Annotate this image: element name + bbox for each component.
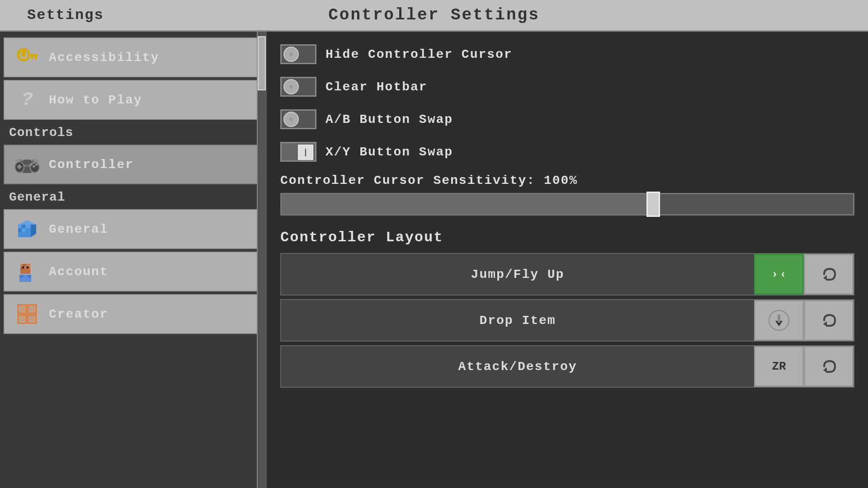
how-to-play-label: How to Play (49, 93, 142, 107)
svg-rect-28 (20, 264, 23, 266)
toggle-ab-swap[interactable]: ○ (280, 109, 316, 129)
attack-destroy-button[interactable]: ZR (754, 346, 804, 387)
sidebar-item-accessibility[interactable]: Accessibility (4, 38, 259, 77)
svg-rect-30 (27, 264, 30, 266)
xy-swap-label: X/Y Button Swap (326, 145, 453, 159)
clear-hotbar-label: Clear Hotbar (326, 80, 428, 94)
toggle-row-ab-swap: ○ A/B Button Swap (280, 106, 854, 133)
header-bar: Settings Controller Settings (0, 0, 868, 32)
drop-item-reset[interactable] (804, 300, 854, 341)
cube-icon (14, 216, 41, 243)
svg-marker-26 (31, 225, 36, 237)
dpad-down-icon (768, 309, 790, 332)
svg-rect-21 (18, 228, 22, 232)
creator-icon (14, 300, 41, 328)
general-label: General (49, 222, 108, 236)
scrollbar-track[interactable] (257, 32, 267, 488)
svg-marker-46 (823, 275, 827, 281)
svg-point-14 (30, 163, 33, 166)
sensitivity-slider[interactable] (280, 193, 854, 216)
svg-rect-34 (19, 275, 23, 277)
layout-row-attack: Attack/Destroy ZR (280, 345, 854, 388)
undo-icon-3 (820, 357, 838, 375)
toggle-circle-hide-cursor: ○ (283, 47, 299, 62)
svg-rect-42 (19, 306, 25, 312)
undo-icon (820, 265, 838, 283)
svg-point-11 (35, 163, 38, 166)
arrows-icon: › ‹ (772, 268, 787, 281)
sidebar-item-controller[interactable]: Controller (4, 145, 259, 184)
hide-cursor-label: Hide Controller Cursor (326, 47, 513, 61)
svg-rect-22 (22, 228, 25, 232)
svg-rect-20 (25, 225, 31, 228)
general-section-label: General (0, 186, 267, 208)
svg-rect-45 (29, 316, 35, 322)
accessibility-label: Accessibility (49, 51, 159, 65)
drop-item-button[interactable] (754, 300, 804, 341)
controls-section-label: Controls (0, 121, 267, 143)
svg-rect-23 (25, 228, 31, 232)
svg-rect-49 (778, 314, 780, 323)
toggle-row-hide-cursor: ○ Hide Controller Cursor (280, 41, 854, 68)
svg-rect-10 (19, 164, 20, 169)
controller-label: Controller (49, 158, 134, 172)
app-container: Settings Controller Settings (0, 0, 868, 488)
toggle-circle-ab-swap: ○ (283, 112, 299, 127)
controller-icon (14, 151, 41, 178)
attack-destroy-action: Attack/Destroy (281, 346, 754, 387)
sensitivity-label: Controller Cursor Sensitivity: 100% (280, 174, 854, 188)
scrollbar-thumb[interactable] (258, 36, 266, 90)
svg-rect-35 (28, 275, 31, 277)
svg-point-1 (21, 52, 26, 57)
settings-title: Settings (27, 7, 104, 23)
svg-rect-16 (28, 164, 30, 167)
svg-rect-2 (28, 54, 38, 56)
sidebar-item-account[interactable]: Account (4, 252, 259, 291)
question-icon: ? (14, 86, 41, 113)
page-title: Controller Settings (328, 6, 539, 24)
svg-marker-51 (823, 367, 827, 373)
svg-rect-43 (29, 306, 35, 312)
slider-fill (282, 194, 653, 214)
toggle-row-clear-hotbar: ○ Clear Hotbar (280, 73, 854, 100)
toggle-clear-hotbar[interactable]: ○ (280, 77, 316, 97)
sidebar: Accessibility ? How to Play Controls (0, 32, 267, 488)
toggle-xy-thumb: | (298, 145, 313, 160)
svg-rect-4 (31, 56, 33, 59)
toggle-row-xy-swap: | X/Y Button Swap (280, 138, 854, 165)
svg-rect-36 (22, 267, 24, 268)
svg-rect-15 (24, 164, 27, 167)
svg-marker-50 (823, 321, 827, 327)
ab-swap-label: A/B Button Swap (326, 113, 453, 127)
slider-thumb[interactable] (646, 192, 660, 217)
svg-point-13 (33, 165, 35, 168)
svg-point-12 (33, 161, 35, 164)
svg-marker-25 (18, 220, 36, 225)
svg-rect-37 (27, 267, 28, 268)
svg-rect-29 (23, 264, 25, 266)
svg-rect-19 (22, 225, 25, 228)
svg-rect-5 (22, 49, 25, 53)
jump-fly-reset[interactable] (804, 254, 854, 295)
right-panel: ○ Hide Controller Cursor ○ Clear Hotbar … (267, 32, 868, 488)
svg-rect-3 (34, 56, 37, 60)
zr-label: ZR (772, 360, 786, 373)
layout-section-label: Controller Layout (280, 229, 854, 246)
key-icon (14, 44, 41, 71)
sidebar-item-general[interactable]: General (4, 209, 259, 249)
attack-destroy-reset[interactable] (804, 346, 854, 387)
toggle-hide-cursor[interactable]: ○ (280, 44, 316, 64)
svg-rect-44 (19, 316, 25, 322)
undo-icon-2 (820, 311, 838, 329)
svg-rect-18 (18, 225, 22, 228)
toggle-xy-swap[interactable]: | (280, 142, 316, 162)
jump-fly-action: Jump/Fly Up (281, 254, 754, 295)
jump-fly-button[interactable]: › ‹ (754, 254, 804, 295)
account-label: Account (49, 265, 108, 279)
toggle-circle-clear-hotbar: ○ (283, 79, 299, 94)
layout-row-drop: Drop Item (280, 299, 854, 342)
sidebar-item-how-to-play[interactable]: ? How to Play (4, 80, 259, 120)
account-icon (14, 258, 41, 285)
main-content: Accessibility ? How to Play Controls (0, 32, 868, 488)
sidebar-item-creator[interactable]: Creator (4, 294, 259, 334)
